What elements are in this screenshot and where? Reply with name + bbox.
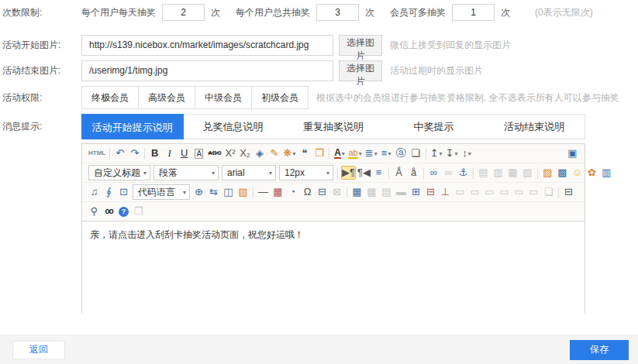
strikethrough-icon[interactable]: ABC bbox=[207, 146, 222, 160]
paragraph-style-icon[interactable]: ≡ bbox=[372, 166, 385, 180]
blockquote-icon[interactable]: ❝ bbox=[298, 146, 311, 160]
member-option[interactable]: 初级会员 bbox=[252, 86, 309, 109]
redo-icon[interactable]: ↷ bbox=[128, 146, 141, 160]
paste-text-icon[interactable]: ❐ bbox=[312, 146, 326, 160]
clear-doc-icon[interactable]: ❏ bbox=[542, 185, 555, 199]
template-icon[interactable]: ▧ bbox=[236, 185, 250, 199]
message-tab[interactable]: 活动结束说明 bbox=[484, 115, 585, 139]
link-icon[interactable]: ∞ bbox=[427, 166, 440, 180]
member-extra-input[interactable] bbox=[452, 4, 495, 21]
message-tab[interactable]: 活动开始提示说明 bbox=[81, 114, 184, 139]
back-button[interactable]: 返回 bbox=[12, 341, 65, 359]
insert-image-icon[interactable]: ▨ bbox=[541, 166, 554, 180]
custom-title-select[interactable]: 自定义标题▾ bbox=[88, 165, 150, 180]
split-to-cols-icon[interactable]: ▭ bbox=[498, 185, 511, 199]
fullscreen-icon[interactable]: ▣ bbox=[566, 146, 579, 160]
unlink-icon[interactable]: ∞ bbox=[442, 166, 455, 180]
end-image-select-button[interactable]: 选择图片 bbox=[339, 60, 382, 81]
start-image-input[interactable] bbox=[81, 35, 333, 56]
font-size-select[interactable]: 12px▾ bbox=[279, 165, 333, 180]
html-source-icon[interactable]: HTML bbox=[88, 146, 106, 160]
pagebreak-icon[interactable]: ⇆ bbox=[207, 185, 220, 199]
ordered-list-icon[interactable]: ≣▾ bbox=[364, 146, 378, 160]
map-icon[interactable]: ⊕ bbox=[192, 185, 205, 199]
anchor-a-icon[interactable]: ⓐ bbox=[395, 146, 408, 160]
to-uppercase-icon[interactable]: Å bbox=[392, 166, 405, 180]
eraser-icon[interactable]: ◈ bbox=[253, 146, 267, 160]
date-icon[interactable]: ▦ bbox=[271, 185, 285, 199]
toolbar-separator bbox=[329, 148, 329, 160]
print-preview-icon[interactable]: ⊠ bbox=[330, 185, 343, 199]
insert-table-icon[interactable]: ▦ bbox=[350, 185, 364, 199]
auto-typeset-icon[interactable]: ❋▾ bbox=[283, 146, 297, 160]
font-border-icon[interactable]: A bbox=[192, 146, 205, 160]
font-family-select[interactable]: arial▾ bbox=[222, 165, 276, 180]
merge-cells-icon[interactable]: ▬ bbox=[395, 185, 408, 199]
insert-iframe-icon[interactable]: ◫ bbox=[222, 185, 235, 199]
image-float-left-icon[interactable]: ▤ bbox=[477, 166, 490, 180]
screenshot-icon[interactable]: ▩ bbox=[556, 166, 569, 180]
message-tab[interactable]: 重复抽奖说明 bbox=[283, 115, 384, 139]
italic-icon[interactable]: I bbox=[163, 146, 176, 160]
save-button[interactable]: 保存 bbox=[570, 340, 629, 360]
toolbar-separator bbox=[337, 167, 338, 179]
table-title-icon[interactable]: ▤ bbox=[380, 185, 393, 199]
member-option[interactable]: 高级会员 bbox=[139, 86, 195, 109]
total-limit-input[interactable] bbox=[316, 4, 359, 21]
underline-icon[interactable]: U bbox=[178, 146, 191, 160]
to-lowercase-icon[interactable]: å bbox=[407, 166, 420, 180]
end-image-input[interactable] bbox=[81, 60, 333, 81]
merge-right-icon[interactable]: ▭ bbox=[453, 185, 467, 199]
average-rows-icon[interactable]: ▭ bbox=[512, 185, 526, 199]
special-chars-icon[interactable]: Ω bbox=[301, 185, 314, 199]
music-icon[interactable]: ♫ bbox=[88, 185, 101, 199]
bold-icon[interactable]: B bbox=[148, 146, 161, 160]
preview-icon[interactable]: ⚲ bbox=[88, 204, 101, 218]
anchor-icon[interactable]: ⚓ bbox=[457, 166, 470, 180]
background-color-icon[interactable]: ab▾ bbox=[347, 146, 362, 160]
new-page-icon[interactable]: ❏ bbox=[409, 146, 422, 160]
split-to-rows-icon[interactable]: ▭ bbox=[483, 185, 496, 199]
insert-col-icon[interactable]: ⊟ bbox=[424, 185, 437, 199]
image-center-icon[interactable]: ▦ bbox=[506, 166, 519, 180]
subscript-icon[interactable]: X₂ bbox=[239, 146, 252, 160]
scrawl-icon[interactable]: ✿ bbox=[585, 166, 598, 180]
merge-down-icon[interactable]: ▭ bbox=[468, 185, 481, 199]
image-inline-icon[interactable]: ▧ bbox=[521, 166, 534, 180]
code-language-select[interactable]: 代码语言▾ bbox=[133, 184, 190, 200]
undo-icon[interactable]: ↶ bbox=[113, 146, 126, 160]
paragraph-before-space-icon[interactable]: ↥▾ bbox=[429, 146, 443, 160]
average-cols-icon[interactable]: ▭ bbox=[527, 185, 540, 199]
member-option[interactable]: 中级会员 bbox=[195, 86, 252, 109]
format-brush-icon[interactable]: ✎ bbox=[268, 146, 281, 160]
message-tab[interactable]: 中奖提示 bbox=[384, 115, 485, 139]
first-line-indent-icon[interactable]: ▶¶ bbox=[341, 166, 356, 180]
image-float-right-icon[interactable]: ▥ bbox=[491, 166, 505, 180]
daily-limit-input[interactable] bbox=[162, 4, 205, 21]
insert-video-icon[interactable]: ▥ bbox=[600, 166, 613, 180]
editor-content[interactable]: 亲，请点击进入刮刮卡抽奖活动页面，祝您好运哦！ bbox=[82, 221, 585, 331]
word-image-icon[interactable]: ⊟ bbox=[316, 185, 329, 199]
emotion-icon[interactable]: ☺ bbox=[571, 166, 584, 180]
time-icon[interactable]: ◔ bbox=[286, 185, 299, 199]
text-direction-icon[interactable]: ¶◀ bbox=[357, 166, 371, 180]
attachment-icon[interactable]: ∮ bbox=[102, 185, 116, 199]
line-height-icon[interactable]: ↕▾ bbox=[460, 146, 474, 160]
insert-code-icon[interactable]: ⊡ bbox=[117, 185, 130, 199]
start-image-select-button[interactable]: 选择图片 bbox=[339, 35, 382, 56]
print-icon[interactable]: ⊟ bbox=[562, 185, 575, 199]
paragraph-format-select[interactable]: 段落▾ bbox=[153, 165, 219, 180]
member-option[interactable]: 终极会员 bbox=[81, 86, 139, 109]
font-color-icon[interactable]: A▾ bbox=[333, 146, 346, 160]
insert-row-icon[interactable]: ⊞ bbox=[409, 185, 422, 199]
search-replace-icon[interactable]: oo bbox=[102, 204, 116, 218]
message-tab[interactable]: 兑奖信息说明 bbox=[183, 115, 284, 139]
split-cell-icon[interactable]: ⊥ bbox=[439, 185, 452, 199]
superscript-icon[interactable]: X² bbox=[224, 146, 237, 160]
delete-table-icon[interactable]: ▦ bbox=[365, 185, 378, 199]
horizontal-rule-icon[interactable]: — bbox=[257, 185, 270, 199]
paragraph-after-space-icon[interactable]: ↧▾ bbox=[445, 146, 459, 160]
clipboard-icon[interactable]: ❐ bbox=[132, 204, 145, 218]
unordered-list-icon[interactable]: ≡▾ bbox=[380, 146, 393, 160]
help-icon[interactable]: ? bbox=[117, 204, 130, 218]
